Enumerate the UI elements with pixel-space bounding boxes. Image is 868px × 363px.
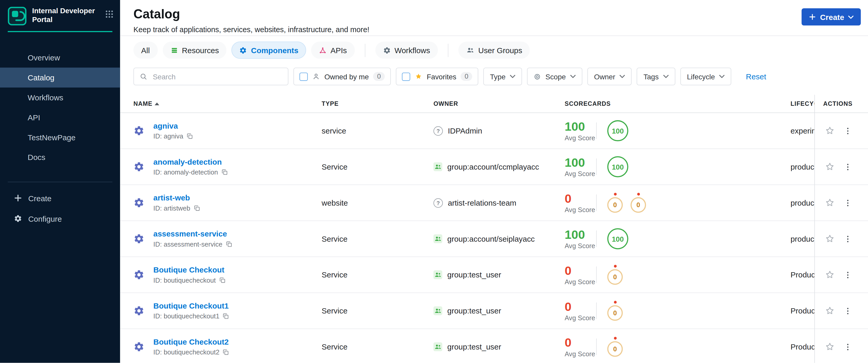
favorites-checkbox[interactable]: [402, 72, 410, 81]
entity-name-block: artist-webID: artistweb: [153, 193, 200, 212]
tab-apis[interactable]: APIs: [311, 41, 355, 59]
copy-icon[interactable]: [187, 133, 193, 140]
filter-scope-dropdown[interactable]: Scope: [527, 68, 582, 85]
row-menu-icon[interactable]: [840, 339, 855, 355]
tab-user-groups[interactable]: User Groups: [458, 41, 530, 59]
scorecard-badge[interactable]: 0: [607, 301, 623, 321]
scope-icon: [534, 73, 541, 80]
tab-all[interactable]: All: [133, 41, 158, 59]
copy-icon[interactable]: [223, 313, 229, 320]
entity-name-link[interactable]: anomaly-detection: [153, 157, 228, 166]
favorite-star-icon[interactable]: [822, 195, 838, 211]
copy-icon[interactable]: [219, 277, 226, 284]
scorecard-badge[interactable]: 0: [607, 337, 623, 357]
component-gear-icon: [133, 197, 145, 209]
components-gear-icon: [240, 46, 247, 54]
favorite-star-icon[interactable]: [822, 159, 838, 175]
tab-components[interactable]: Components: [231, 41, 306, 59]
tab-label: Resources: [182, 46, 219, 55]
column-header-name[interactable]: NAME: [133, 100, 321, 107]
app-logo-icon: [8, 7, 27, 26]
search-input[interactable]: [152, 72, 282, 81]
copy-icon[interactable]: [221, 169, 228, 176]
user-group-icon: [433, 306, 442, 315]
sidebar-action-configure[interactable]: Configure: [0, 208, 120, 229]
entity-name-block: assessment-serviceID: assessment-service: [153, 230, 232, 248]
scorecard-badge[interactable]: 100: [607, 228, 628, 249]
unknown-owner-icon: ?: [433, 126, 443, 135]
entity-id: ID: boutiquecheckout1: [153, 312, 219, 320]
table-row: assessment-serviceID: assessment-service…: [120, 221, 868, 257]
entity-name-link[interactable]: Boutique Checkout: [153, 265, 226, 274]
sidebar-item-testnewpage[interactable]: TestNewPage: [0, 127, 120, 147]
sidebar-item-catalog[interactable]: Catalog: [0, 68, 120, 88]
lifecycle-value: production: [790, 162, 814, 171]
score-divider: [596, 338, 597, 355]
filter-tags-dropdown[interactable]: Tags: [637, 68, 675, 85]
component-gear-icon: [133, 161, 145, 173]
favorite-star-icon[interactable]: [822, 231, 838, 247]
entity-name-link[interactable]: assessment-service: [153, 230, 232, 238]
sidebar-item-docs[interactable]: Docs: [0, 147, 120, 167]
owner-name: group:test_user: [447, 342, 501, 351]
main-content: Catalog Keep track of applications, serv…: [120, 0, 868, 363]
scorecard-badge-value: 0: [607, 305, 623, 321]
entity-name-link[interactable]: Boutique Checkout2: [153, 337, 229, 346]
component-gear-icon: [133, 341, 145, 352]
sidebar-item-workflows[interactable]: Workflows: [0, 88, 120, 108]
table-row: Boutique Checkout2ID: boutiquecheckout2S…: [120, 329, 868, 363]
favorite-star-icon[interactable]: [822, 339, 838, 355]
entity-name-link[interactable]: Boutique Checkout1: [153, 301, 229, 310]
favorite-star-icon[interactable]: [822, 303, 838, 319]
row-menu-icon[interactable]: [840, 267, 855, 283]
chevron-down-icon: [848, 15, 854, 19]
reset-filters-link[interactable]: Reset: [746, 72, 766, 81]
sidebar-item-api[interactable]: API: [0, 107, 120, 127]
catalog-table: NAMETYPEOWNERSCORECARDSLIFECYCLEACTIONS …: [120, 95, 868, 363]
sidebar-item-overview[interactable]: Overview: [0, 48, 120, 68]
row-menu-icon[interactable]: [840, 303, 855, 319]
lifecycle-value: production: [790, 199, 814, 207]
tab-resources[interactable]: Resources: [162, 41, 227, 59]
filter-type-dropdown[interactable]: Type: [483, 68, 522, 85]
sidebar-action-label: Create: [28, 194, 52, 203]
lifecycle-value: experimental: [790, 126, 814, 135]
favorite-star-icon[interactable]: [822, 267, 838, 283]
row-menu-icon[interactable]: [840, 123, 855, 139]
brand: Internal Developer Portal: [0, 0, 120, 30]
sidebar-action-create[interactable]: Create: [0, 188, 120, 208]
alert-dot-icon: [614, 193, 616, 196]
favorite-star-icon[interactable]: [822, 123, 838, 139]
brand-underline: [8, 31, 113, 32]
row-menu-icon[interactable]: [840, 195, 855, 211]
create-button[interactable]: Create: [802, 8, 861, 25]
row-menu-icon[interactable]: [840, 231, 855, 247]
tab-workflows[interactable]: Workflows: [375, 41, 438, 59]
entity-name-link[interactable]: artist-web: [153, 193, 200, 202]
copy-icon[interactable]: [226, 241, 232, 248]
scorecard-badge[interactable]: 100: [607, 120, 628, 141]
entity-name-block: anomaly-detectionID: anomaly-detection: [153, 157, 228, 176]
apps-grid-icon[interactable]: [105, 10, 114, 18]
avg-score-label: Avg Score: [565, 350, 596, 358]
scorecard-badge[interactable]: 0: [607, 193, 623, 213]
owned-by-me-checkbox[interactable]: [300, 72, 308, 81]
copy-icon[interactable]: [193, 205, 200, 212]
scorecard-badge[interactable]: 100: [607, 156, 628, 177]
scorecard-badge-value: 100: [607, 120, 628, 141]
avg-score-label: Avg Score: [565, 242, 596, 250]
table-row: artist-webID: artistwebwebsite?artist-re…: [120, 185, 868, 221]
filter-lifecycle-dropdown[interactable]: Lifecycle: [680, 68, 732, 85]
scorecard-badge[interactable]: 0: [630, 193, 646, 213]
tab-label: All: [141, 46, 150, 55]
column-header-label: LIFECYCLE: [790, 100, 814, 107]
entity-name-link[interactable]: agniva: [153, 121, 193, 130]
search-icon: [140, 72, 147, 80]
scorecard-badge[interactable]: 0: [607, 265, 623, 285]
filter-owner-dropdown[interactable]: Owner: [587, 68, 632, 85]
copy-icon[interactable]: [223, 349, 229, 356]
owned-by-me-filter[interactable]: Owned by me 0: [293, 68, 391, 85]
favorites-filter[interactable]: Favorites 0: [396, 68, 478, 85]
row-menu-icon[interactable]: [840, 159, 855, 175]
column-header-label: SCORECARDS: [565, 100, 611, 107]
